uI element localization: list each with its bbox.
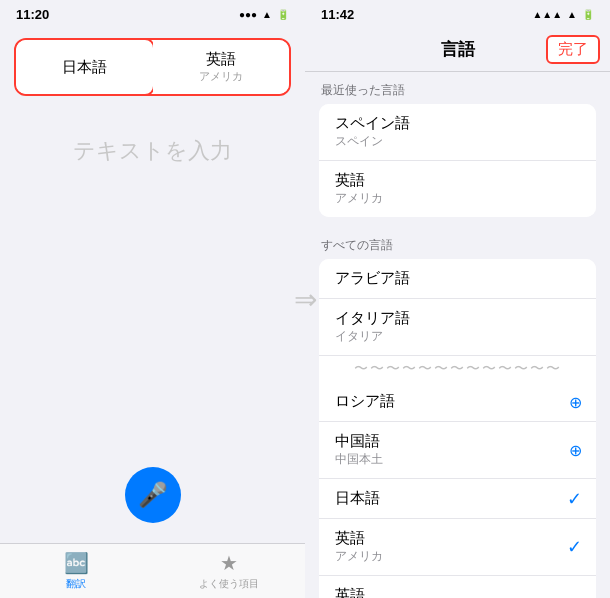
lang-name: 中国語 bbox=[335, 432, 580, 451]
section-recent: 最近使った言語 bbox=[305, 72, 610, 104]
plus-icon: ⊕ bbox=[569, 441, 582, 460]
list-item[interactable]: スペイン語 スペイン bbox=[319, 104, 596, 161]
mic-button[interactable]: 🎤 bbox=[125, 467, 181, 523]
lang-name: 日本語 bbox=[335, 489, 580, 508]
arrow-icon: ⇒ bbox=[294, 283, 317, 316]
arrow-container: ⇒ bbox=[285, 284, 325, 314]
mic-icon: 🎤 bbox=[138, 481, 168, 509]
star-icon: ★ bbox=[220, 551, 238, 575]
japanese-lang-btn[interactable]: 日本語 bbox=[14, 38, 155, 96]
lang-name: 英語 bbox=[335, 171, 580, 190]
right-time: 11:42 bbox=[321, 7, 354, 22]
right-phone: 11:42 ▲▲▲ ▲ 🔋 言語 完了 最近使った言語 スペイン語 スペイン 英… bbox=[305, 0, 610, 598]
check-icon: ✓ bbox=[567, 536, 582, 558]
list-item[interactable]: ロシア語 ⊕ bbox=[319, 382, 596, 422]
lang-sub: 中国本土 bbox=[335, 451, 580, 468]
list-item[interactable]: 英語 アメリカ ✓ bbox=[319, 519, 596, 576]
japanese-lang-name: 日本語 bbox=[62, 58, 107, 77]
english-lang-sub: アメリカ bbox=[199, 69, 243, 84]
left-status-bar: 11:20 ●●● ▲ 🔋 bbox=[0, 0, 305, 28]
lang-name: スペイン語 bbox=[335, 114, 580, 133]
plus-icon: ⊕ bbox=[569, 595, 582, 599]
wavy-divider: 〜〜〜〜〜〜〜〜〜〜〜〜〜 bbox=[319, 356, 596, 382]
list-item[interactable]: 英語 アメリカ bbox=[319, 161, 596, 217]
text-input-area[interactable]: テキストを入力 bbox=[0, 106, 305, 467]
lang-name: アラビア語 bbox=[335, 269, 580, 288]
list-item[interactable]: 英語 英国 ⊕ bbox=[319, 576, 596, 598]
list-item[interactable]: 日本語 ✓ bbox=[319, 479, 596, 519]
translate-icon: 🔤 bbox=[64, 551, 89, 575]
nav-title: 言語 bbox=[441, 38, 475, 61]
left-phone: 11:20 ●●● ▲ 🔋 日本語 英語 アメリカ テキストを入力 🎤 🔤 翻訳… bbox=[0, 0, 305, 598]
language-list[interactable]: 最近使った言語 スペイン語 スペイン 英語 アメリカ すべての言語 アラビア語 … bbox=[305, 72, 610, 598]
nav-bar: 言語 完了 bbox=[305, 28, 610, 72]
language-selector: 日本語 英語 アメリカ bbox=[14, 38, 291, 96]
section-all: すべての言語 bbox=[305, 227, 610, 259]
lang-name: ロシア語 bbox=[335, 392, 580, 411]
list-item[interactable]: アラビア語 bbox=[319, 259, 596, 299]
list-item[interactable]: 中国語 中国本土 ⊕ bbox=[319, 422, 596, 479]
right-status-bar: 11:42 ▲▲▲ ▲ 🔋 bbox=[305, 0, 610, 28]
tab-favorites-label: よく使う項目 bbox=[199, 577, 259, 591]
lang-name: イタリア語 bbox=[335, 309, 580, 328]
bottom-tabs: 🔤 翻訳 ★ よく使う項目 bbox=[0, 543, 305, 598]
plus-icon: ⊕ bbox=[569, 392, 582, 411]
lang-name: 英語 bbox=[335, 529, 580, 548]
lang-sub: スペイン bbox=[335, 133, 580, 150]
english-lang-name: 英語 bbox=[206, 50, 236, 69]
tab-favorites[interactable]: ★ よく使う項目 bbox=[153, 544, 306, 598]
english-lang-btn[interactable]: 英語 アメリカ bbox=[153, 40, 290, 94]
list-item[interactable]: イタリア語 イタリア bbox=[319, 299, 596, 356]
right-status-icons: ▲▲▲ ▲ 🔋 bbox=[532, 9, 594, 20]
lang-name: 英語 bbox=[335, 586, 580, 598]
check-icon: ✓ bbox=[567, 488, 582, 510]
input-placeholder: テキストを入力 bbox=[73, 136, 232, 166]
left-status-icons: ●●● ▲ 🔋 bbox=[239, 9, 289, 20]
lang-sub: アメリカ bbox=[335, 190, 580, 207]
lang-sub: イタリア bbox=[335, 328, 580, 345]
mic-area: 🎤 bbox=[0, 467, 305, 543]
left-time: 11:20 bbox=[16, 7, 49, 22]
tab-translate-label: 翻訳 bbox=[66, 577, 86, 591]
lang-sub: アメリカ bbox=[335, 548, 580, 565]
all-langs-group: アラビア語 イタリア語 イタリア 〜〜〜〜〜〜〜〜〜〜〜〜〜 ロシア語 ⊕ 中国… bbox=[319, 259, 596, 598]
done-button[interactable]: 完了 bbox=[546, 35, 600, 64]
tab-translate[interactable]: 🔤 翻訳 bbox=[0, 544, 153, 598]
recent-langs-group: スペイン語 スペイン 英語 アメリカ bbox=[319, 104, 596, 217]
